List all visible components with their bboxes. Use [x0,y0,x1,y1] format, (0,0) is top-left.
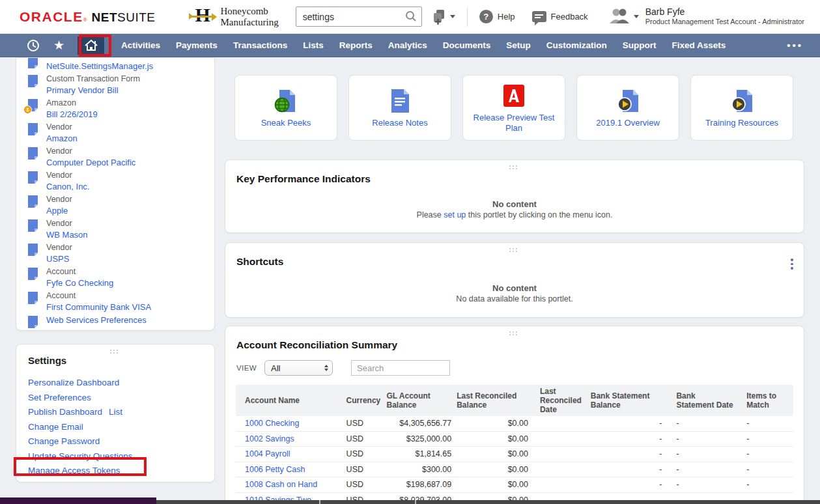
list-item: Manage Access Tokens [28,463,214,478]
taskbar-edge [319,500,320,504]
table-row: 1000 Checking USD $4,305,656.77 $0.00 - … [236,416,793,432]
honeycomb-logo-icon: H [190,6,216,28]
release-card-label[interactable]: 2019.1 Overview [596,118,660,128]
release-card-sneak-peeks[interactable]: Sneak Peeks [234,75,337,141]
recent-record-link[interactable]: Canon, Inc. [46,181,90,193]
release-card-2019-overview[interactable]: 2019.1 Overview [576,75,679,141]
account-link[interactable]: 1000 Checking [245,419,299,428]
column-header[interactable]: Items to Match [740,391,793,410]
sneak-peeks-icon [273,88,299,114]
record-type-label: Vendor [46,147,72,156]
header-actions: ? Help Feedback Barb Fyfe Product Manage… [432,7,804,27]
pdf-icon [501,83,527,109]
nav-item-transactions[interactable]: Transactions [225,40,295,50]
release-card-release-notes[interactable]: Release Notes [348,75,451,141]
drag-handle-icon[interactable] [509,248,511,249]
nav-item-payments[interactable]: Payments [168,40,225,50]
account-link[interactable]: 1006 Petty Cash [245,465,305,474]
account-link[interactable]: 1004 Payroll [245,449,290,458]
settings-link-publish-dashboard-list[interactable]: List [109,407,122,417]
release-card-label[interactable]: Release Notes [372,118,427,128]
release-card-label[interactable]: Release Preview Test Plan [472,113,556,133]
empty-state-title: No content [225,283,804,293]
document-icon [27,265,46,289]
column-header[interactable]: Bank Statement Date [667,391,740,410]
view-label: VIEW [236,364,257,372]
recent-records-icon[interactable] [26,38,40,53]
empty-state-message: Please set up this portlet by clicking o… [225,210,804,219]
feedback-button[interactable]: Feedback [515,11,588,22]
release-card-label[interactable]: Sneak Peeks [261,118,311,128]
recent-record-link[interactable]: Apple [46,205,72,217]
column-header[interactable]: Last Reconciled Balance [457,391,533,410]
quick-add-icon[interactable] [432,8,455,25]
settings-link-change-email[interactable]: Change Email [28,422,83,432]
nav-item-reports[interactable]: Reports [332,40,380,50]
column-header[interactable]: Bank Statement Balance [591,391,668,410]
account-link[interactable]: 1002 Savings [245,434,294,443]
cell-currency: USD [346,449,387,458]
recent-record-link[interactable]: USPS [46,253,72,265]
set-up-link[interactable]: set up [444,210,466,219]
cell-gl-balance: $300.00 [386,465,457,474]
recent-record-link[interactable]: First Community Bank VISA [46,301,151,313]
help-icon: ? [479,10,493,23]
record-type-label: Custom Transaction Form [46,74,140,83]
record-type-label: Vendor [46,243,72,252]
drag-handle-icon[interactable] [509,331,511,333]
nav-item-support[interactable]: Support [615,40,664,50]
recon-search-input[interactable] [351,360,450,376]
cell-last-reconciled-balance: $0.00 [457,480,533,489]
document-icon [27,72,46,96]
list-item: Account Fyfe Co Checking [27,265,214,289]
nav-overflow-button[interactable]: ••• [787,40,803,51]
release-card-training-resources[interactable]: Training Resources [690,75,793,141]
recent-record-link[interactable]: WB Mason [46,229,88,241]
nav-item-activities[interactable]: Activities [113,40,168,50]
column-header[interactable]: Last Reconciled Date [533,387,591,414]
settings-link-set-preferences[interactable]: Set Preferences [28,393,91,402]
nav-item-customization[interactable]: Customization [539,40,615,50]
document-icon: 1 [27,96,46,120]
nav-item-analytics[interactable]: Analytics [380,40,435,50]
portlet-menu-icon[interactable] [791,259,793,272]
cell-items-to-match: - [740,419,793,428]
search-icon[interactable] [405,10,417,22]
column-header[interactable]: GL Account Balance [386,391,457,410]
release-card-release-preview-test-plan[interactable]: Release Preview Test Plan [462,75,565,141]
cell-last-reconciled-balance: $0.00 [457,419,533,428]
account-reconciliation-portlet: Account Reconciliation Summary VIEW All … [225,326,804,504]
recent-record-link[interactable]: Bill 2/26/2019 [46,109,98,120]
recent-record-link[interactable]: Fyfe Co Checking [46,277,113,289]
recent-record-link[interactable]: NetSuite.SettingsManager.js [46,61,153,72]
nav-item-documents[interactable]: Documents [435,40,499,50]
help-button[interactable]: ? Help [479,10,515,23]
column-header[interactable]: Currency [346,396,387,405]
settings-link-publish-dashboard[interactable]: Publish Dashboard [28,407,102,417]
recent-record-link[interactable]: Primary Vendor Bill [46,85,140,96]
drag-handle-icon[interactable] [110,350,111,351]
nav-item-setup[interactable]: Setup [498,40,539,50]
cell-bank-statement-balance: - [591,480,668,489]
nav-item-fixed-assets[interactable]: Fixed Assets [664,40,734,50]
settings-link-manage-access-tokens[interactable]: Manage Access Tokens [28,466,120,475]
settings-link-change-password[interactable]: Change Password [28,436,100,446]
recent-record-link[interactable]: Computer Depot Pacific [46,157,135,169]
record-type-label: Vendor [46,219,72,228]
user-menu[interactable]: Barb Fyfe Product Management Test Accoun… [608,7,804,27]
home-tab[interactable] [78,36,104,55]
recent-record-link[interactable]: Amazon [46,133,78,145]
settings-link-personalize-dashboard[interactable]: Personalize Dashboard [28,378,119,387]
global-search-input[interactable] [296,7,422,27]
notification-badge: 1 [23,105,32,114]
recent-record-link[interactable]: Web Services Preferences [46,315,147,326]
table-row: 1008 Cash on Hand USD $198,687.09 $0.00 … [236,477,793,493]
account-link[interactable]: 1008 Cash on Hand [245,480,317,489]
shortcuts-star-icon[interactable]: ★ [53,38,64,53]
drag-handle-icon[interactable] [509,165,511,167]
settings-link-update-security-questions[interactable]: Update Security Questions [28,451,133,461]
release-card-label[interactable]: Training Resources [705,118,778,128]
view-select[interactable]: All [264,360,333,376]
column-header[interactable]: Account Name [236,396,346,405]
nav-item-lists[interactable]: Lists [295,40,332,50]
